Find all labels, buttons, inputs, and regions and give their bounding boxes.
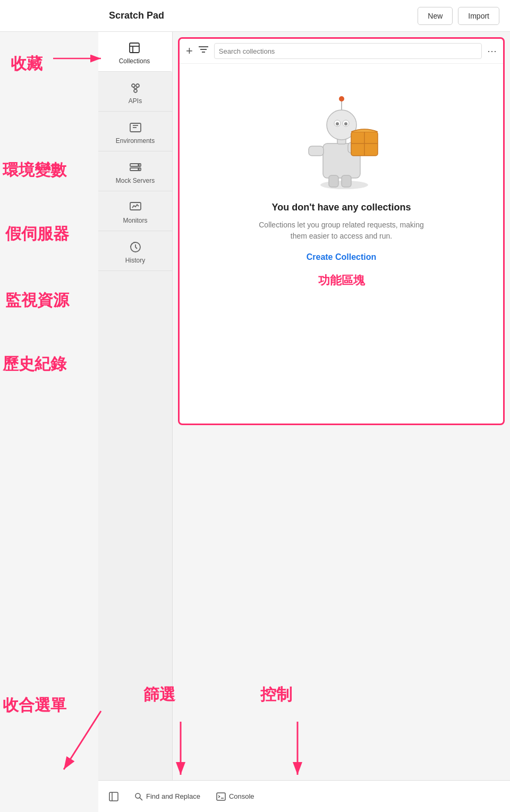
filter-button[interactable] [198,46,209,57]
svg-line-40 [64,711,101,769]
app-title: Scratch Pad [109,10,418,21]
annotation-monitors: 監視資源 [5,290,69,311]
mock-servers-icon [129,161,142,174]
svg-rect-25 [342,175,351,187]
svg-point-4 [136,84,139,87]
monitors-icon [129,201,142,214]
history-label: History [125,257,145,264]
svg-line-7 [135,87,138,89]
svg-line-51 [218,797,220,798]
empty-state-title: You don't have any collections [272,202,411,213]
annotation-history: 歷史紀錄 [3,353,66,375]
feature-block-label: 功能區塊 [318,273,365,289]
collections-toolbar: + ⋯ [180,39,503,64]
header-actions: New Import [418,7,499,25]
sidebar-item-monitors[interactable]: Monitors [98,191,172,231]
import-button[interactable]: Import [458,7,499,25]
sidebar-toggle-button[interactable] [109,792,118,801]
svg-point-33 [339,96,344,102]
mock-servers-label: Mock Servers [116,177,155,184]
console-icon [216,792,226,801]
collections-label: Collections [119,57,150,65]
find-replace-label: Find and Replace [146,792,200,800]
sidebar-item-mock-servers[interactable]: Mock Servers [98,151,172,191]
svg-rect-22 [309,146,324,156]
svg-point-31 [344,122,347,125]
sidebar-toggle-icon [109,792,118,801]
bottom-bar: Find and Replace Console [98,780,510,812]
new-button[interactable]: New [418,7,453,25]
svg-rect-0 [130,43,139,53]
annotation-environments: 環境變數 [3,159,66,181]
apis-label: APIs [129,97,142,105]
svg-rect-49 [217,793,225,800]
header: Scratch Pad New Import [0,0,510,32]
add-collection-button[interactable]: + [186,45,193,57]
console-button[interactable]: Console [216,792,254,801]
environments-icon [129,121,142,134]
annotation-collapse: 收合選單 [3,695,66,716]
more-options-button[interactable]: ⋯ [487,45,497,57]
annotation-collections: 收藏 [11,53,42,75]
annotation-filter: 篩選 [143,684,175,706]
filter-icon [198,46,209,54]
history-icon [129,241,142,253]
sidebar-item-collections[interactable]: Collections [98,32,172,72]
annotation-mock-servers: 假伺服器 [5,223,69,245]
find-replace-button[interactable]: Find and Replace [134,792,200,801]
console-label: Console [229,792,254,800]
svg-rect-24 [329,175,338,187]
create-collection-link[interactable]: Create Collection [307,252,377,262]
apis-icon [129,81,142,94]
search-icon [134,792,143,801]
svg-point-13 [138,165,139,166]
sidebar-item-environments[interactable]: Environments [98,112,172,151]
sidebar-item-apis[interactable]: APIs [98,72,172,112]
svg-point-3 [132,84,135,87]
empty-state-description: Collections let you group related reques… [257,219,427,242]
svg-point-30 [336,122,339,125]
empty-state: You don't have any collections Collectio… [180,64,503,310]
annotation-control: 控制 [260,684,292,706]
svg-rect-45 [109,792,118,801]
collections-icon [128,41,141,54]
empty-state-illustration [294,85,389,191]
sidebar-item-history[interactable]: History [98,231,172,271]
search-input[interactable] [214,43,482,59]
main-panel: + ⋯ [173,32,510,780]
svg-point-5 [134,89,137,92]
svg-point-14 [138,169,139,170]
svg-line-48 [140,798,142,800]
sidebar: Collections APIs Environments Mock Serve… [98,32,173,780]
environments-label: Environments [116,137,155,145]
monitors-label: Monitors [123,217,147,224]
collections-area: + ⋯ [178,37,505,425]
svg-point-47 [135,793,140,798]
